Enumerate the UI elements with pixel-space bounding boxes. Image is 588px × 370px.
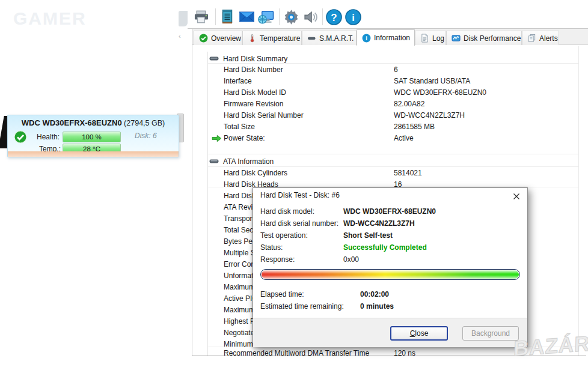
window-left-border <box>192 29 192 356</box>
info-row: Hard Disk Serial Number WD-WCC4N2ZL3Z7H <box>208 110 578 121</box>
svg-text:i: i <box>366 35 367 41</box>
field-label: Hard disk serial number: <box>260 218 338 229</box>
disk-model: WDC WD30EFRX-68EUZN0 <box>22 118 122 127</box>
toolbar-separator <box>322 8 323 25</box>
background-button-label: Background <box>471 329 510 338</box>
status-value: Successfully Completed <box>343 242 427 253</box>
dialog-title: Hard Disk Test - Disk: #6 <box>260 191 340 199</box>
divider <box>208 154 578 154</box>
disk-list-item[interactable]: WDC WD30EFRX-68EUZN0 (2794,5 GB) Health:… <box>7 115 179 157</box>
info-row-value: 82.00A82 <box>394 99 424 110</box>
info-row-label: Power State: <box>224 133 265 144</box>
tab-disk-performance[interactable]: Disk Performance <box>446 31 522 45</box>
field-label: Test operation: <box>260 230 308 241</box>
print-button[interactable] <box>192 8 210 26</box>
about-button[interactable]: i <box>344 8 362 26</box>
settings-gear-icon <box>283 9 299 25</box>
field-label: Status: <box>260 242 283 253</box>
smart-disk-icon <box>307 34 316 43</box>
info-circle-icon: i <box>362 34 371 43</box>
report-button[interactable] <box>218 8 236 26</box>
info-row-label: Firmware Revision <box>224 99 283 110</box>
tab-overview[interactable]: Overview <box>194 31 242 45</box>
section-header-hard-disk-summary: Hard Disk Summary <box>208 53 287 64</box>
svg-text:i: i <box>352 11 355 23</box>
info-row-value: WD-WCC4N2ZL3Z7H <box>394 110 465 121</box>
time-value: 0 minutes <box>360 301 394 312</box>
info-row-power-state: Power State: Active <box>208 133 578 144</box>
disk-icon <box>209 56 219 61</box>
field-label: Hard disk model: <box>260 206 314 217</box>
time-value: 00:02:00 <box>360 289 389 300</box>
tab-label: Disk Performance <box>464 34 521 43</box>
log-page-icon <box>420 34 429 43</box>
info-row-label: Interface <box>224 76 252 87</box>
tab-label: Log <box>432 34 444 43</box>
scroll-up-icon[interactable]: ‹ <box>179 32 181 40</box>
progress-fill <box>262 270 519 279</box>
notepad-icon <box>220 9 234 25</box>
info-row-value: 2861585 MB <box>394 121 435 133</box>
close-icon[interactable] <box>510 191 522 202</box>
info-row-label: Recommended Multiword DMA Transfer Time <box>224 348 369 359</box>
tab-alerts[interactable]: Alerts <box>522 31 559 45</box>
tab-label: Overview <box>211 34 241 43</box>
info-icon: i <box>345 9 361 25</box>
card-bottom-strip <box>8 151 179 157</box>
performance-chart-icon <box>452 34 461 43</box>
settings-button[interactable] <box>282 8 300 26</box>
info-row-value: 120 ns <box>394 348 415 359</box>
info-row-value: Active <box>394 133 414 144</box>
tab-log[interactable]: Log <box>415 31 446 45</box>
info-row-value: 5814021 <box>394 168 422 179</box>
sound-icon <box>303 10 318 25</box>
background-button[interactable]: Background <box>462 326 519 341</box>
dialog-footer: Close Background <box>253 318 527 347</box>
info-row-value: 6 <box>394 64 398 76</box>
info-row-value: SAT Standard USB/ATA <box>394 76 470 87</box>
network-button[interactable] <box>257 8 275 26</box>
section-title: Hard Disk Summary <box>223 55 287 63</box>
sound-button[interactable] <box>301 8 319 26</box>
tab-label: Alerts <box>539 34 558 43</box>
partial-toolbar-icon <box>179 11 188 26</box>
network-icon <box>258 10 274 25</box>
info-row: Hard Disk Cylinders 5814021 <box>208 168 578 179</box>
mail-icon <box>239 10 255 23</box>
info-row-label: Total Size <box>224 121 255 133</box>
info-row-label: Hard Disk Cylinders <box>224 168 287 179</box>
send-mail-button[interactable] <box>237 8 256 26</box>
screen: GAMER <box>0 0 588 370</box>
info-row-label: Hard Disk Serial Number <box>224 110 304 121</box>
close-button[interactable]: Close <box>390 326 448 341</box>
tab-label: Temperature <box>260 34 300 43</box>
disk-icon <box>209 159 219 164</box>
info-row: Interface SAT Standard USB/ATA <box>208 76 578 87</box>
help-button[interactable]: ? <box>325 8 343 26</box>
gamer-watermark: GAMER <box>13 8 87 29</box>
health-bar: 100 % <box>63 132 121 142</box>
info-row-value: WDC WD30EFRX-68EUZN0 <box>394 87 486 99</box>
power-state-arrow-icon <box>212 135 222 142</box>
hard-disk-test-dialog: Hard Disk Test - Disk: #6 Hard disk mode… <box>253 187 528 347</box>
health-label: Health: <box>37 132 60 142</box>
field-value: Short Self-test <box>343 230 393 241</box>
info-row: Hard Disk Number 6 <box>208 64 578 76</box>
toolbar-separator <box>215 8 216 25</box>
field-value: WD-WCC4N2ZL3Z7H <box>343 218 415 229</box>
tab-information[interactable]: i Information <box>357 29 415 46</box>
tab-label: S.M.A.R.T. <box>319 34 354 43</box>
health-check-icon <box>14 130 27 144</box>
tab-temperature[interactable]: Temperature <box>242 31 302 45</box>
test-progress-bar <box>260 269 520 280</box>
info-row: Hard Disk Model ID WDC WD30EFRX-68EUZN0 <box>208 87 578 99</box>
info-row: Firmware Revision 82.00A82 <box>208 99 578 110</box>
section-header-ata-information: ATA Information <box>208 156 274 167</box>
info-row: Total Size 2861585 MB <box>208 121 578 133</box>
alerts-pages-icon <box>527 34 536 43</box>
field-value: WDC WD30EFRX-68EUZN0 <box>343 206 436 217</box>
tab-smart[interactable]: S.M.A.R.T. <box>302 31 357 45</box>
field-label: Response: <box>260 254 295 265</box>
thermometer-icon <box>248 34 257 43</box>
svg-text:?: ? <box>331 11 337 23</box>
